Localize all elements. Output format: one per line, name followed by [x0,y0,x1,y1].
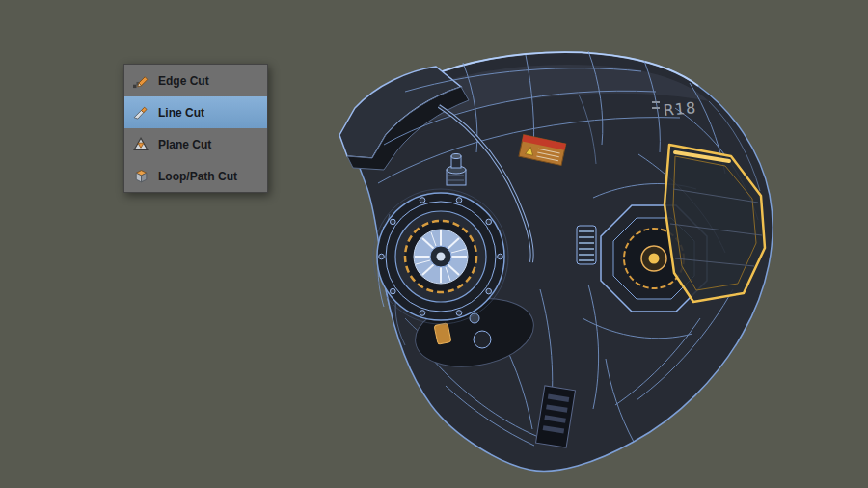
menu-item-edge-cut[interactable]: Edge Cut [124,65,267,96]
cut-tools-menu: Edge Cut Line Cut Plane Cut [123,64,268,193]
loop-path-cut-icon [132,168,149,185]
menu-item-label: Line Cut [158,106,204,120]
menu-item-loop-path-cut[interactable]: Loop/Path Cut [124,160,267,192]
menu-item-line-cut[interactable]: Line Cut [124,96,267,128]
menu-item-label: Plane Cut [158,138,211,151]
plane-cut-icon [132,136,149,153]
badge-text: R18 [663,98,697,120]
line-cut-icon [132,104,149,122]
menu-item-label: Edge Cut [158,74,209,88]
menu-item-label: Loop/Path Cut [158,170,237,183]
viewport-3d[interactable]: R18 [0,0,868,488]
menu-item-plane-cut[interactable]: Plane Cut [124,128,267,160]
edge-cut-icon [132,72,149,90]
